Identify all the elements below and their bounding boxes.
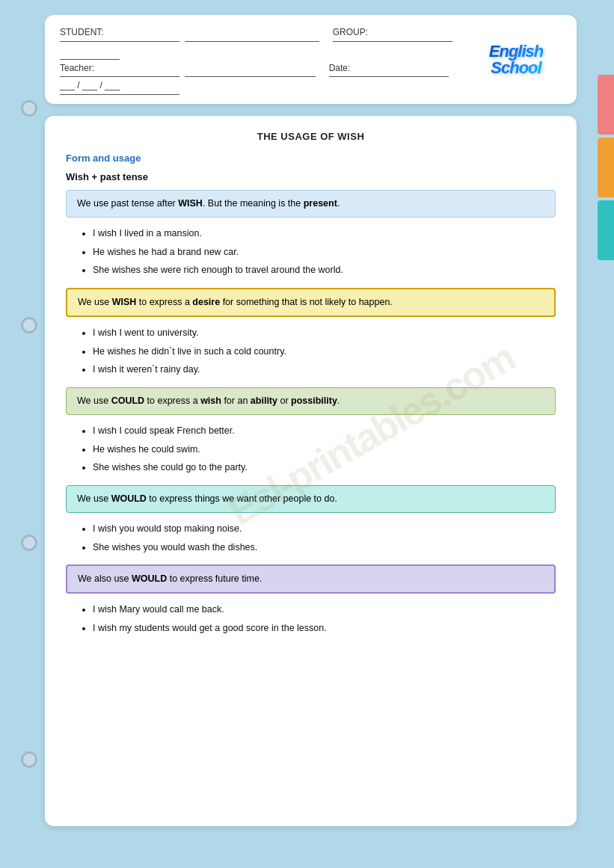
list-item: I wish it weren´t rainy day. — [93, 363, 556, 377]
tab-teal — [598, 200, 614, 260]
bold-wish-3: wish — [200, 395, 221, 406]
student-row: STUDENT: GROUP: — [57, 24, 467, 60]
list-item: She wishes she were rich enough to trave… — [93, 263, 556, 277]
info-box-3: We use COULD to express a wish for an ab… — [66, 387, 556, 415]
list-item: He wishes he had a brand new car. — [93, 245, 556, 259]
ring-1 — [21, 100, 37, 117]
page-title: THE USAGE OF WISH — [66, 131, 556, 142]
bullet-list-5: I wish Mary would call me back. I wish m… — [66, 603, 556, 635]
list-item: I wish Mary would call me back. — [93, 603, 556, 617]
list-item: I wish my students would get a good scor… — [93, 621, 556, 635]
student-field[interactable] — [185, 24, 319, 42]
date-label: Date: — [329, 60, 449, 78]
ring-2 — [21, 317, 37, 333]
list-item: She wishes she could go to the party. — [93, 461, 556, 475]
tab-orange — [598, 138, 614, 197]
ring-4 — [21, 751, 37, 768]
list-item: She wishes you would wash the dishes. — [93, 541, 556, 555]
binder-rings — [21, 0, 37, 868]
teacher-row: Teacher: Date: ___ / ___ / ___ — [57, 60, 467, 96]
list-item: I wish I lived in a mansion. — [93, 227, 556, 241]
subsection-title: Wish + past tense — [66, 171, 556, 182]
bold-desire: desire — [192, 297, 220, 307]
bold-possibility: possibility — [291, 395, 337, 406]
student-label: STUDENT: — [60, 24, 179, 42]
info-box-2: We use WISH to express a desire for some… — [66, 288, 556, 317]
date-field[interactable]: ___ / ___ / ___ — [60, 77, 179, 95]
bold-wish-2: WISH — [112, 297, 137, 307]
bullet-list-2: I wish I went to university. He wishes h… — [66, 326, 556, 377]
bullet-list-1: I wish I lived in a mansion. He wishes h… — [66, 227, 556, 277]
binder-tabs — [598, 75, 614, 260]
bold-would-1: WOULD — [111, 493, 147, 504]
bold-would-2: WOULD — [132, 573, 167, 584]
logo-text: EnglishSchool — [489, 43, 543, 76]
info-box-4: We use WOULD to express things we want o… — [66, 485, 556, 513]
logo-area: EnglishSchool — [467, 37, 565, 82]
bullet-list-3: I wish I could speak French better. He w… — [66, 424, 556, 475]
list-item: He wishes he didn´t live in such a cold … — [93, 345, 556, 359]
ring-3 — [21, 535, 37, 551]
teacher-label: Teacher: — [60, 60, 179, 78]
group-field[interactable] — [60, 42, 120, 60]
header-fields: STUDENT: GROUP: Teacher: Date: ___ / ___… — [57, 24, 467, 95]
section-title: Form and usage — [66, 153, 556, 164]
list-item: He wishes he could swim. — [93, 443, 556, 457]
bullet-list-4: I wish you would stop making noise. She … — [66, 522, 556, 555]
list-item: I wish I could speak French better. — [93, 424, 556, 438]
bold-wish-1: WISH — [178, 198, 203, 209]
bold-ability: ability — [251, 395, 277, 406]
list-item: I wish you would stop making noise. — [93, 522, 556, 536]
header-card: STUDENT: GROUP: Teacher: Date: ___ / ___… — [45, 15, 577, 104]
list-item: I wish I went to university. — [93, 326, 556, 340]
teacher-field[interactable] — [185, 60, 316, 78]
group-label: GROUP: — [333, 24, 452, 42]
bold-could: COULD — [111, 395, 144, 406]
tab-pink — [598, 75, 614, 135]
info-box-5: We also use WOULD to express future time… — [66, 564, 556, 594]
info-box-1: We use past tense after WISH. But the me… — [66, 190, 556, 218]
bold-present: present — [304, 198, 337, 209]
main-content-card: THE USAGE OF WISH Form and usage Wish + … — [45, 116, 577, 826]
